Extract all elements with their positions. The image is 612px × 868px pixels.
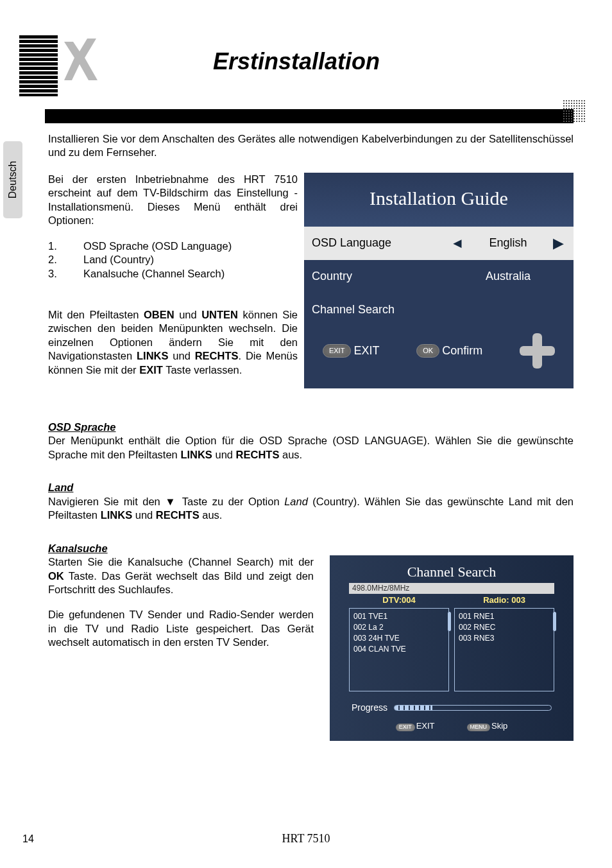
progress-bar	[394, 705, 552, 711]
kanal-p2: Die gefundenen TV Sender und Radio-Sende…	[48, 608, 314, 649]
footer-model: HRT 7510	[282, 832, 330, 846]
section-heading-land: Land	[48, 481, 574, 494]
chevron-left-icon: ◄	[450, 234, 463, 253]
menu-button-icon: MENU	[467, 724, 491, 731]
progress-fill	[395, 706, 432, 710]
section-row-1: Bei der ersten Inbetriebnahme des HRT 75…	[48, 173, 574, 388]
exit-hint: EXITEXIT	[396, 721, 435, 732]
list-item: 001 RNE1	[459, 611, 550, 622]
guide-row-channel-search: Channel Search	[304, 293, 574, 327]
dtv-column: DTV:004 001 TVE1 002 La 2 003 24H TVE 00…	[349, 595, 449, 691]
intro-paragraph: Installieren Sie vor dem Anschalten des …	[48, 132, 574, 160]
chevron-right-icon: ▶	[553, 234, 566, 253]
decorative-bar	[45, 109, 574, 123]
exit-button-icon: EXIT	[396, 724, 415, 731]
guide-title: Installation Guide	[304, 173, 574, 227]
list-num: 2.	[48, 253, 83, 266]
section-1-text: Bei der ersten Inbetriebnahme des HRT 75…	[48, 173, 298, 388]
list-item: 1.OSD Sprache (OSD Language)	[48, 239, 298, 253]
decorative-dots	[563, 100, 585, 122]
section-row-2: Starten Sie die Kanalsuche (Channel Sear…	[48, 555, 574, 741]
confirm-hint: OK Confirm	[416, 343, 482, 358]
radio-column: Radio: 003 001 RNE1 002 RNEC 003 RNE3	[454, 595, 554, 691]
guide-label: Channel Search	[312, 302, 566, 317]
section-heading-osd: OSD Sprache	[48, 421, 574, 434]
page-header: Erstinstallation	[19, 32, 574, 103]
dpad-icon	[520, 333, 555, 369]
confirm-label: Confirm	[442, 343, 482, 358]
list-num: 1.	[48, 239, 83, 253]
x-logo-icon	[58, 32, 115, 92]
list-item: 2.Land (Country)	[48, 253, 298, 266]
section-land-text: Navigieren Sie mit den ▼ Taste zu der Op…	[48, 495, 574, 523]
exit-hint: EXIT EXIT	[323, 343, 379, 358]
skip-hint: MENUSkip	[467, 721, 508, 732]
guide-row-osd-language: OSD Language ◄ English ▶	[304, 227, 574, 260]
dtv-list: 001 TVE1 002 La 2 003 24H TVE 004 CLAN T…	[349, 608, 449, 691]
list-item: 001 TVE1	[353, 611, 445, 622]
guide-value: Australia	[463, 269, 553, 284]
guide-row-country: Country Australia	[304, 260, 574, 293]
page-number: 14	[22, 833, 34, 845]
paragraph-1: Bei der ersten Inbetriebnahme des HRT 75…	[48, 173, 298, 228]
exit-label: EXIT	[416, 721, 435, 731]
list-item: 003 RNE3	[459, 633, 550, 644]
language-tab: Deutsch	[3, 141, 22, 218]
ok-button-icon: OK	[416, 344, 439, 357]
channel-search-screenshot: Channel Search 498.0MHz/8MHz DTV:004 001…	[330, 555, 574, 741]
dtv-header: DTV:004	[349, 595, 449, 606]
list-item: 002 RNEC	[459, 622, 550, 633]
paragraph-2: Mit den Pfeiltasten OBEN und UNTEN könne…	[48, 308, 298, 377]
list-item: 003 24H TVE	[353, 633, 445, 644]
exit-button-icon: EXIT	[323, 344, 351, 357]
list-text: Land (Country)	[83, 253, 154, 266]
decorative-stripes	[19, 35, 58, 96]
list-num: 3.	[48, 267, 83, 281]
page-footer: 14 HRT 7510	[0, 832, 612, 846]
main-content: Installieren Sie vor dem Anschalten des …	[48, 132, 574, 741]
exit-label: EXIT	[353, 343, 379, 358]
list-item: 004 CLAN TVE	[353, 644, 445, 655]
list-text: OSD Sprache (OSD Language)	[83, 239, 232, 253]
list-text: Kanalsuche (Channel Search)	[83, 267, 225, 281]
radio-header: Radio: 003	[454, 595, 554, 606]
progress-row: Progress	[349, 700, 554, 715]
section-kanal-text: Starten Sie die Kanalsuche (Channel Sear…	[48, 555, 314, 741]
search-frequency: 498.0MHz/8MHz	[349, 583, 554, 595]
guide-label: Country	[312, 269, 450, 284]
installation-guide-screenshot: Installation Guide OSD Language ◄ Englis…	[304, 173, 574, 388]
list-item: 3.Kanalsuche (Channel Search)	[48, 267, 298, 281]
list-item: 002 La 2	[353, 622, 445, 633]
language-tab-label: Deutsch	[7, 161, 19, 199]
section-heading-kanal: Kanalsuche	[48, 542, 574, 555]
radio-list: 001 RNE1 002 RNEC 003 RNE3	[454, 608, 554, 691]
guide-label: OSD Language	[312, 236, 450, 250]
search-footer: EXITEXIT MENUSkip	[349, 721, 554, 732]
guide-footer: EXIT EXIT OK Confirm	[304, 327, 574, 375]
search-columns: DTV:004 001 TVE1 002 La 2 003 24H TVE 00…	[349, 595, 554, 691]
options-list: 1.OSD Sprache (OSD Language) 2.Land (Cou…	[48, 239, 298, 281]
section-osd-text: Der Menüpunkt enthält die Option für die…	[48, 434, 574, 462]
kanal-p1: Starten Sie die Kanalsuche (Channel Sear…	[48, 555, 314, 596]
progress-label: Progress	[352, 702, 387, 713]
guide-value: English	[463, 236, 553, 250]
skip-label: Skip	[491, 721, 507, 731]
search-title: Channel Search	[349, 563, 554, 582]
